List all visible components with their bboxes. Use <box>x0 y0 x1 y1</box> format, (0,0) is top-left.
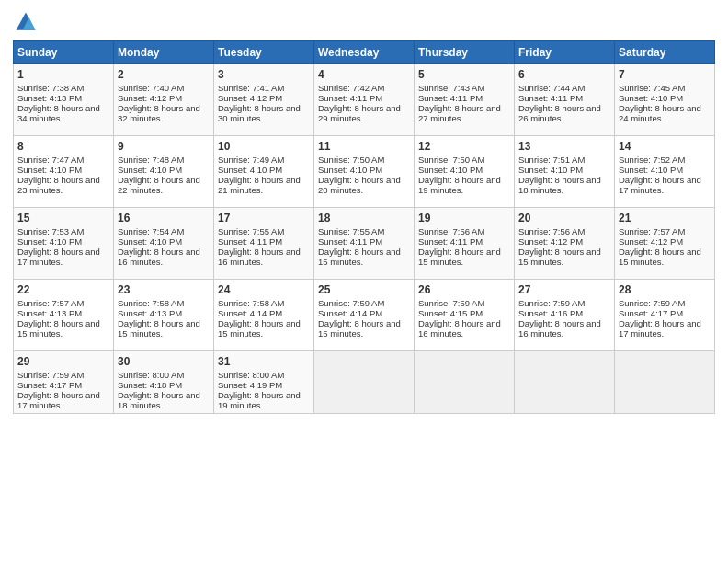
sunrise-text: Sunrise: 7:55 AM <box>218 226 310 236</box>
daylight-text: Daylight: 8 hours and 17 minutes. <box>17 390 109 410</box>
day-number: 28 <box>619 283 711 296</box>
logo <box>13 9 42 35</box>
daylight-text: Daylight: 8 hours and 18 minutes. <box>118 390 210 410</box>
sunset-text: Sunset: 4:10 PM <box>17 236 109 247</box>
calendar-cell: 28Sunrise: 7:59 AMSunset: 4:17 PMDayligh… <box>615 280 715 351</box>
sunrise-text: Sunrise: 7:47 AM <box>17 155 109 165</box>
daylight-text: Daylight: 8 hours and 20 minutes. <box>318 175 410 195</box>
daylight-text: Daylight: 8 hours and 15 minutes. <box>17 318 109 339</box>
calendar-cell: 14Sunrise: 7:52 AMSunset: 4:10 PMDayligh… <box>615 136 715 208</box>
daylight-text: Daylight: 8 hours and 16 minutes. <box>518 318 610 339</box>
calendar-cell: 13Sunrise: 7:51 AMSunset: 4:10 PMDayligh… <box>515 136 615 208</box>
day-number: 13 <box>518 140 610 153</box>
daylight-text: Daylight: 8 hours and 29 minutes. <box>318 103 410 123</box>
daylight-text: Daylight: 8 hours and 15 minutes. <box>118 318 210 339</box>
sunset-text: Sunset: 4:18 PM <box>118 380 210 390</box>
day-number: 2 <box>118 68 210 81</box>
page-container: SundayMondayTuesdayWednesdayThursdayFrid… <box>0 0 728 421</box>
sunset-text: Sunset: 4:12 PM <box>619 236 711 247</box>
day-number: 16 <box>118 212 210 224</box>
calendar-body: 1Sunrise: 7:38 AMSunset: 4:13 PMDaylight… <box>14 64 715 414</box>
sunset-text: Sunset: 4:10 PM <box>118 236 210 247</box>
daylight-text: Daylight: 8 hours and 15 minutes. <box>218 318 310 339</box>
header <box>13 9 715 35</box>
sunset-text: Sunset: 4:11 PM <box>218 236 310 247</box>
calendar-cell: 26Sunrise: 7:59 AMSunset: 4:15 PMDayligh… <box>415 280 515 351</box>
calendar-cell: 2Sunrise: 7:40 AMSunset: 4:12 PMDaylight… <box>114 64 214 136</box>
sunset-text: Sunset: 4:13 PM <box>17 308 109 318</box>
sunrise-text: Sunrise: 7:42 AM <box>318 83 410 93</box>
calendar-cell: 6Sunrise: 7:44 AMSunset: 4:11 PMDaylight… <box>515 64 615 136</box>
calendar-cell: 16Sunrise: 7:54 AMSunset: 4:10 PMDayligh… <box>114 208 214 280</box>
day-number: 5 <box>418 68 510 81</box>
calendar-week-row: 8Sunrise: 7:47 AMSunset: 4:10 PMDaylight… <box>14 136 715 208</box>
day-number: 30 <box>118 355 210 368</box>
calendar-cell: 18Sunrise: 7:55 AMSunset: 4:11 PMDayligh… <box>314 208 415 280</box>
daylight-text: Daylight: 8 hours and 30 minutes. <box>218 103 310 123</box>
calendar-header-row: SundayMondayTuesdayWednesdayThursdayFrid… <box>14 41 715 64</box>
daylight-text: Daylight: 8 hours and 32 minutes. <box>118 103 210 123</box>
calendar-cell: 21Sunrise: 7:57 AMSunset: 4:12 PMDayligh… <box>615 208 715 280</box>
calendar-cell: 7Sunrise: 7:45 AMSunset: 4:10 PMDaylight… <box>615 64 715 136</box>
calendar-cell: 4Sunrise: 7:42 AMSunset: 4:11 PMDaylight… <box>314 64 415 136</box>
sunrise-text: Sunrise: 7:55 AM <box>318 226 410 236</box>
sunrise-text: Sunrise: 7:56 AM <box>518 226 610 236</box>
day-number: 26 <box>418 283 510 296</box>
calendar-cell: 27Sunrise: 7:59 AMSunset: 4:16 PMDayligh… <box>515 280 615 351</box>
sunrise-text: Sunrise: 7:50 AM <box>418 155 510 165</box>
sunset-text: Sunset: 4:10 PM <box>318 165 410 175</box>
sunset-text: Sunset: 4:12 PM <box>218 93 310 103</box>
sunset-text: Sunset: 4:10 PM <box>619 165 711 175</box>
sunrise-text: Sunrise: 7:59 AM <box>17 370 109 380</box>
sunset-text: Sunset: 4:19 PM <box>218 380 310 390</box>
day-number: 21 <box>619 212 711 224</box>
day-header-tuesday: Tuesday <box>214 41 314 64</box>
sunrise-text: Sunrise: 8:00 AM <box>118 370 210 380</box>
daylight-text: Daylight: 8 hours and 16 minutes. <box>118 247 210 267</box>
day-number: 15 <box>17 212 109 224</box>
calendar-cell: 12Sunrise: 7:50 AMSunset: 4:10 PMDayligh… <box>415 136 515 208</box>
calendar-cell: 9Sunrise: 7:48 AMSunset: 4:10 PMDaylight… <box>114 136 214 208</box>
day-number: 19 <box>418 212 510 224</box>
calendar-cell: 29Sunrise: 7:59 AMSunset: 4:17 PMDayligh… <box>14 351 114 414</box>
calendar-week-row: 29Sunrise: 7:59 AMSunset: 4:17 PMDayligh… <box>14 351 715 414</box>
calendar-week-row: 22Sunrise: 7:57 AMSunset: 4:13 PMDayligh… <box>14 280 715 351</box>
daylight-text: Daylight: 8 hours and 27 minutes. <box>418 103 510 123</box>
sunset-text: Sunset: 4:13 PM <box>118 308 210 318</box>
calendar-cell <box>314 351 415 414</box>
sunset-text: Sunset: 4:11 PM <box>518 93 610 103</box>
sunrise-text: Sunrise: 7:40 AM <box>118 83 210 93</box>
calendar-cell: 8Sunrise: 7:47 AMSunset: 4:10 PMDaylight… <box>14 136 114 208</box>
sunrise-text: Sunrise: 7:59 AM <box>318 298 410 308</box>
sunset-text: Sunset: 4:13 PM <box>17 93 109 103</box>
calendar-cell: 1Sunrise: 7:38 AMSunset: 4:13 PMDaylight… <box>14 64 114 136</box>
day-number: 22 <box>17 283 109 296</box>
daylight-text: Daylight: 8 hours and 19 minutes. <box>218 390 310 410</box>
day-header-friday: Friday <box>515 41 615 64</box>
sunrise-text: Sunrise: 7:53 AM <box>17 226 109 236</box>
sunset-text: Sunset: 4:10 PM <box>17 165 109 175</box>
daylight-text: Daylight: 8 hours and 16 minutes. <box>418 318 510 339</box>
sunset-text: Sunset: 4:15 PM <box>418 308 510 318</box>
sunset-text: Sunset: 4:10 PM <box>218 165 310 175</box>
sunrise-text: Sunrise: 7:38 AM <box>17 83 109 93</box>
sunrise-text: Sunrise: 7:59 AM <box>619 298 711 308</box>
sunset-text: Sunset: 4:11 PM <box>418 236 510 247</box>
day-number: 1 <box>17 68 109 81</box>
daylight-text: Daylight: 8 hours and 16 minutes. <box>218 247 310 267</box>
day-number: 17 <box>218 212 310 224</box>
calendar-cell: 31Sunrise: 8:00 AMSunset: 4:19 PMDayligh… <box>214 351 314 414</box>
daylight-text: Daylight: 8 hours and 15 minutes. <box>418 247 510 267</box>
sunrise-text: Sunrise: 7:45 AM <box>619 83 711 93</box>
sunrise-text: Sunrise: 7:50 AM <box>318 155 410 165</box>
calendar-cell: 15Sunrise: 7:53 AMSunset: 4:10 PMDayligh… <box>14 208 114 280</box>
daylight-text: Daylight: 8 hours and 17 minutes. <box>619 318 711 339</box>
day-header-thursday: Thursday <box>415 41 515 64</box>
calendar-cell: 3Sunrise: 7:41 AMSunset: 4:12 PMDaylight… <box>214 64 314 136</box>
sunset-text: Sunset: 4:10 PM <box>518 165 610 175</box>
calendar-cell: 5Sunrise: 7:43 AMSunset: 4:11 PMDaylight… <box>415 64 515 136</box>
day-header-monday: Monday <box>114 41 214 64</box>
sunset-text: Sunset: 4:11 PM <box>318 236 410 247</box>
sunrise-text: Sunrise: 7:41 AM <box>218 83 310 93</box>
day-number: 20 <box>518 212 610 224</box>
